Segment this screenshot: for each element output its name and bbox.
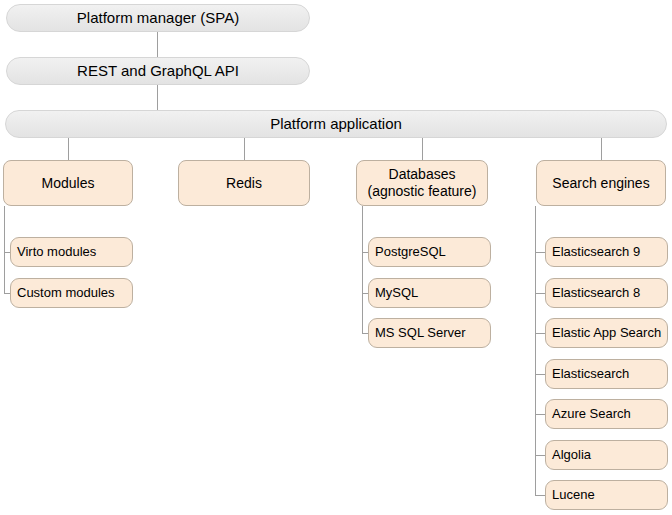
node-redis: Redis	[178, 160, 310, 206]
node-label: Lucene	[552, 487, 595, 503]
node-virto-modules: Virto modules	[10, 237, 133, 267]
node-elasticsearch-9: Elasticsearch 9	[545, 237, 668, 267]
node-label: Virto modules	[17, 244, 96, 260]
node-label: MySQL	[375, 285, 418, 301]
connector-stub-algolia	[535, 455, 545, 456]
connector-stub-elasticsearch	[535, 374, 545, 375]
node-label: Azure Search	[552, 406, 631, 422]
node-label: Custom modules	[17, 285, 115, 301]
node-azure-search: Azure Search	[545, 399, 668, 429]
diagram-canvas: Platform manager (SPA)REST and GraphQL A…	[0, 0, 672, 515]
node-label: REST and GraphQL API	[77, 62, 239, 80]
connector-stub-azure-search	[535, 414, 545, 415]
connector-chain-1	[157, 85, 158, 110]
node-label: Elasticsearch	[552, 366, 629, 382]
node-label: Elasticsearch 9	[552, 244, 640, 260]
node-label: (agnostic feature)	[368, 183, 477, 200]
node-label: Elastic App Search	[552, 325, 661, 341]
connector-branch-databases	[422, 138, 423, 160]
connector-stub-elasticsearch-9	[535, 252, 545, 253]
connector-spine-databases	[362, 206, 363, 334]
node-postgresql: PostgreSQL	[368, 237, 491, 267]
node-ms-sql-server: MS SQL Server	[368, 318, 491, 348]
node-label: Search engines	[552, 175, 649, 192]
node-platform-application: Platform application	[5, 110, 667, 138]
node-label: Algolia	[552, 447, 591, 463]
node-custom-modules: Custom modules	[10, 278, 133, 308]
node-lucene: Lucene	[545, 480, 668, 510]
node-modules: Modules	[3, 160, 133, 206]
node-mysql: MySQL	[368, 278, 491, 308]
node-label: PostgreSQL	[375, 244, 446, 260]
node-algolia: Algolia	[545, 440, 668, 470]
node-label: Redis	[226, 175, 262, 192]
node-elasticsearch: Elasticsearch	[545, 359, 668, 389]
node-platform-manager-spa: Platform manager (SPA)	[6, 4, 310, 32]
node-label: Platform manager (SPA)	[77, 9, 239, 27]
connector-branch-redis	[244, 138, 245, 160]
node-label: Elasticsearch 8	[552, 285, 640, 301]
connector-stub-lucene	[535, 495, 545, 496]
node-elasticsearch-8: Elasticsearch 8	[545, 278, 668, 308]
connector-spine-search-engines	[535, 206, 536, 496]
node-databases-agnostic-feature: Databases(agnostic feature)	[356, 160, 488, 206]
connector-branch-search-engines	[601, 138, 602, 160]
node-label: Platform application	[270, 115, 402, 133]
connector-chain-0	[157, 32, 158, 57]
connector-stub-elastic-app-search	[535, 333, 545, 334]
connector-stub-elasticsearch-8	[535, 293, 545, 294]
connector-spine-modules	[4, 206, 5, 294]
connector-branch-modules	[68, 138, 69, 160]
node-rest-and-graphql-api: REST and GraphQL API	[6, 57, 310, 85]
node-label: Databases	[389, 166, 456, 183]
node-label: Modules	[42, 175, 95, 192]
node-elastic-app-search: Elastic App Search	[545, 318, 668, 348]
node-label: MS SQL Server	[375, 325, 466, 341]
node-search-engines: Search engines	[536, 160, 666, 206]
